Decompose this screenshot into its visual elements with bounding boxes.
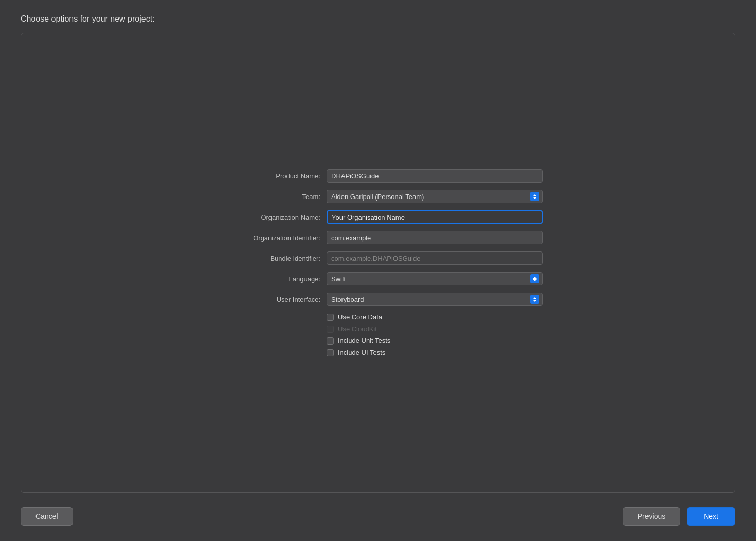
team-select-wrapper: Aiden Garipoli (Personal Team) Add Accou…	[327, 190, 543, 203]
use-cloudkit-checkbox	[327, 326, 334, 333]
use-core-data-label: Use Core Data	[338, 313, 382, 321]
product-name-input[interactable]	[327, 169, 543, 183]
org-name-label: Organization Name:	[213, 213, 327, 221]
next-button[interactable]: Next	[687, 507, 735, 526]
bundle-identifier-input	[327, 251, 543, 265]
language-row: Language: Swift Objective-C	[213, 272, 543, 285]
org-identifier-label: Organization Identifier:	[213, 234, 327, 242]
dialog-container: Choose options for your new project: Pro…	[0, 0, 756, 541]
team-row: Team: Aiden Garipoli (Personal Team) Add…	[213, 190, 543, 203]
bundle-identifier-label: Bundle Identifier:	[213, 255, 327, 262]
user-interface-select[interactable]: Storyboard SwiftUI	[327, 293, 543, 306]
previous-button[interactable]: Previous	[623, 507, 680, 526]
include-unit-tests-checkbox[interactable]	[327, 337, 334, 345]
page-title: Choose options for your new project:	[21, 14, 735, 24]
checkboxes-section: Use Core Data Use CloudKit Include Unit …	[327, 313, 543, 356]
bundle-identifier-row: Bundle Identifier:	[213, 251, 543, 265]
include-ui-tests-row: Include UI Tests	[327, 349, 543, 356]
user-interface-label: User Interface:	[213, 296, 327, 303]
include-ui-tests-label: Include UI Tests	[338, 349, 385, 356]
language-label: Language:	[213, 275, 327, 283]
org-identifier-input[interactable]	[327, 231, 543, 244]
use-core-data-checkbox[interactable]	[327, 314, 334, 321]
right-buttons: Previous Next	[623, 507, 735, 526]
product-name-row: Product Name:	[213, 169, 543, 183]
use-cloudkit-row: Use CloudKit	[327, 325, 543, 333]
team-label: Team:	[213, 193, 327, 201]
include-unit-tests-label: Include Unit Tests	[338, 337, 390, 345]
product-name-label: Product Name:	[213, 172, 327, 180]
language-select[interactable]: Swift Objective-C	[327, 272, 543, 285]
org-name-input[interactable]	[327, 210, 543, 224]
user-interface-select-wrapper: Storyboard SwiftUI	[327, 293, 543, 306]
org-identifier-row: Organization Identifier:	[213, 231, 543, 244]
include-unit-tests-row: Include Unit Tests	[327, 337, 543, 345]
cancel-button[interactable]: Cancel	[21, 507, 73, 526]
include-ui-tests-checkbox[interactable]	[327, 349, 334, 356]
form-container: Product Name: Team: Aiden Garipoli (Pers…	[213, 169, 543, 356]
use-core-data-row: Use Core Data	[327, 313, 543, 321]
use-cloudkit-label: Use CloudKit	[338, 325, 377, 333]
user-interface-row: User Interface: Storyboard SwiftUI	[213, 293, 543, 306]
content-panel: Product Name: Team: Aiden Garipoli (Pers…	[21, 33, 735, 493]
language-select-wrapper: Swift Objective-C	[327, 272, 543, 285]
org-name-row: Organization Name:	[213, 210, 543, 224]
button-row: Cancel Previous Next	[21, 507, 735, 526]
team-select[interactable]: Aiden Garipoli (Personal Team) Add Accou…	[327, 190, 543, 203]
